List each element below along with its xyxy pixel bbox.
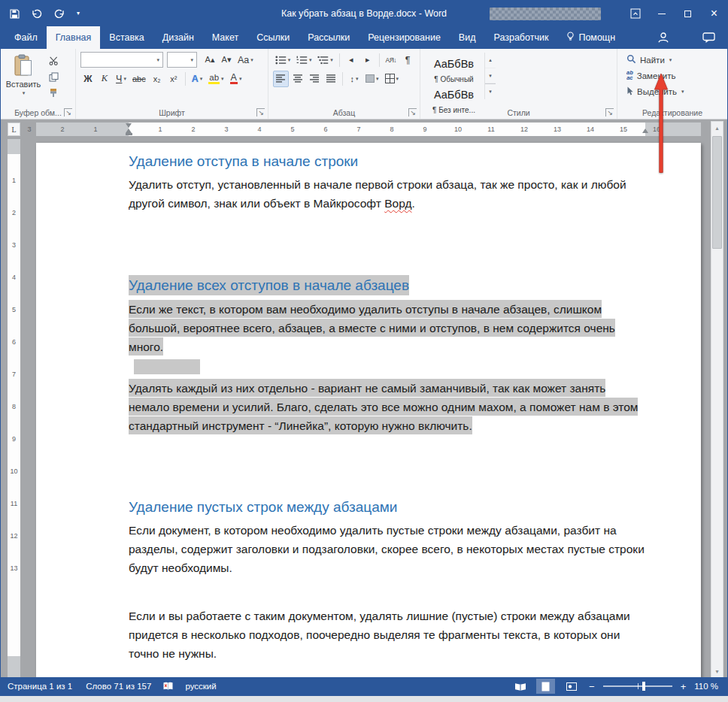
borders-button[interactable]: ▾ — [383, 71, 402, 87]
document-page[interactable]: Удаление отступа в начале строкиУдалить … — [36, 143, 701, 679]
tab-review[interactable]: Рецензирование — [359, 26, 450, 49]
styles-dialog-launcher-icon[interactable]: ↘ — [605, 108, 614, 116]
ribbon-display-options-button[interactable] — [622, 1, 648, 26]
font-color-button[interactable]: А ▾ — [228, 71, 244, 87]
show-paragraph-marks-button[interactable]: ¶ — [400, 52, 415, 68]
doc-section: Удаление всех отступов в начале абзацевЕ… — [129, 276, 646, 434]
style-gallery-item[interactable]: АаБбВв¶ Обычный — [425, 53, 483, 83]
print-layout-button[interactable] — [536, 679, 555, 694]
scroll-up-icon[interactable]: ▴ — [711, 122, 723, 135]
horizontal-ruler[interactable]: 12312345678910111213141516 — [20, 123, 706, 136]
chevron-down-icon: ▾ — [356, 76, 359, 82]
vertical-scrollbar[interactable]: ▴ ▾ — [711, 121, 723, 679]
highlight-button[interactable]: ab ▾ — [206, 71, 226, 87]
tab-view[interactable]: Вид — [450, 26, 485, 49]
strikethrough-button[interactable]: abc — [130, 71, 148, 87]
paste-button[interactable]: Вставить ▾ — [2, 52, 44, 107]
styles-scroll-down-icon[interactable]: ▾ — [485, 68, 496, 84]
web-layout-button[interactable] — [562, 679, 581, 694]
read-mode-button[interactable] — [511, 679, 529, 694]
italic-button[interactable]: К — [97, 71, 112, 87]
grow-font-button[interactable]: А▴ — [202, 52, 217, 68]
undo-icon[interactable] — [32, 9, 42, 19]
underline-button[interactable]: Ч ▾ — [114, 71, 129, 87]
align-center-button[interactable] — [290, 71, 305, 87]
align-left-button[interactable] — [273, 71, 289, 87]
tab-stop-selector[interactable]: L — [8, 123, 20, 136]
paragraph-dialog-launcher-icon[interactable]: ↘ — [408, 108, 417, 116]
font-size-combo[interactable]: ▾ — [167, 52, 197, 68]
font-dialog-launcher-icon[interactable]: ↘ — [256, 108, 265, 116]
divider — [379, 53, 380, 67]
styles-scroll-up-icon[interactable]: ▴ — [485, 53, 496, 68]
align-right-button[interactable] — [307, 71, 322, 87]
comments-icon[interactable] — [702, 32, 715, 44]
ruler-number: 8 — [390, 126, 393, 133]
tab-label: Рассылки — [308, 32, 350, 43]
divider — [339, 53, 340, 67]
first-line-indent-marker[interactable] — [126, 123, 132, 128]
save-icon[interactable] — [10, 9, 20, 19]
increase-indent-icon[interactable]: ▸ — [360, 52, 375, 68]
font-name-combo[interactable]: ▾ — [80, 52, 163, 68]
minimize-button[interactable] — [648, 1, 675, 26]
format-painter-icon[interactable] — [46, 86, 61, 98]
zoom-slider[interactable] — [603, 685, 672, 687]
find-button[interactable]: Найти ▾ — [626, 52, 727, 68]
tab-mailings[interactable]: Рассылки — [299, 26, 359, 49]
justify-button[interactable] — [323, 71, 338, 87]
tab-layout[interactable]: Макет — [203, 26, 247, 49]
zoom-slider-thumb[interactable] — [642, 682, 645, 691]
tab-design[interactable]: Дизайн — [153, 26, 203, 49]
decrease-indent-icon[interactable]: ◂ — [344, 52, 359, 68]
maximize-button[interactable] — [675, 1, 701, 26]
tab-insert[interactable]: Вставка — [100, 26, 153, 49]
text-effects-button[interactable]: А ▾ — [190, 71, 205, 87]
select-button[interactable]: Выделить ▾ — [626, 83, 727, 99]
tab-file[interactable]: Файл — [5, 26, 47, 49]
shading-button[interactable]: ▾ — [363, 71, 381, 87]
zoom-out-button[interactable]: − — [587, 681, 596, 692]
sort-button[interactable]: АЯ↓ — [384, 52, 399, 68]
tab-developer[interactable]: Разработчик — [484, 26, 557, 49]
word-count[interactable]: Слово 71 из 157 — [79, 682, 158, 691]
styles-more-icon[interactable]: ▾ — [485, 83, 496, 99]
vertical-ruler[interactable]: 12345678910111213 — [8, 139, 20, 679]
customize-qat-button[interactable]: ▾ — [77, 11, 80, 17]
font-group: ▾ ▾ А▴ А▾ Aa ▾ Ж К Ч ▾ — [76, 49, 268, 119]
left-indent-marker[interactable] — [126, 133, 132, 135]
tab-references[interactable]: Ссылки — [247, 26, 299, 49]
account-person-icon[interactable] — [657, 32, 669, 44]
scrollbar-thumb[interactable] — [712, 136, 722, 249]
superscript-button[interactable]: x² — [166, 71, 181, 87]
language-indicator[interactable]: русский — [178, 682, 223, 691]
bold-button[interactable]: Ж — [80, 71, 96, 87]
close-button[interactable]: × — [701, 1, 727, 26]
bullet-list-button[interactable]: ▾ — [273, 52, 293, 68]
cut-icon[interactable] — [46, 55, 61, 67]
chevron-down-icon: ▾ — [309, 57, 312, 63]
redo-icon[interactable] — [54, 9, 65, 19]
multilevel-list-button[interactable]: ▾ — [315, 52, 335, 68]
numbered-list-button[interactable]: ▾ — [294, 52, 314, 68]
clipboard-group: Вставить ▾ Буфер обм... ↘ — [1, 49, 76, 119]
right-indent-marker[interactable] — [642, 129, 648, 133]
ruler-number: 8 — [8, 403, 20, 410]
subscript-button[interactable]: x₂ — [150, 71, 165, 87]
tab-home[interactable]: Главная — [47, 26, 101, 49]
ruler-number: 3 — [224, 126, 228, 133]
tab-help[interactable]: Помощн — [557, 26, 624, 49]
clipboard-paste-icon — [14, 54, 33, 78]
shrink-font-button[interactable]: А▾ — [219, 52, 234, 68]
page-indicator[interactable]: Страница 1 из 1 — [1, 682, 79, 691]
ruler-number: 12 — [8, 532, 20, 540]
spellcheck-status-icon[interactable] — [158, 682, 178, 691]
scroll-down-icon[interactable]: ▾ — [711, 665, 723, 678]
change-case-button[interactable]: Aa ▾ — [235, 52, 256, 68]
replace-button[interactable]: abac Заменить — [626, 68, 727, 83]
zoom-percentage[interactable]: 110 % — [694, 682, 718, 691]
zoom-in-button[interactable]: + — [679, 681, 688, 692]
line-spacing-button[interactable]: ↕ ▾ — [347, 71, 362, 87]
clipboard-dialog-launcher-icon[interactable]: ↘ — [64, 108, 72, 116]
copy-icon[interactable] — [46, 71, 61, 83]
